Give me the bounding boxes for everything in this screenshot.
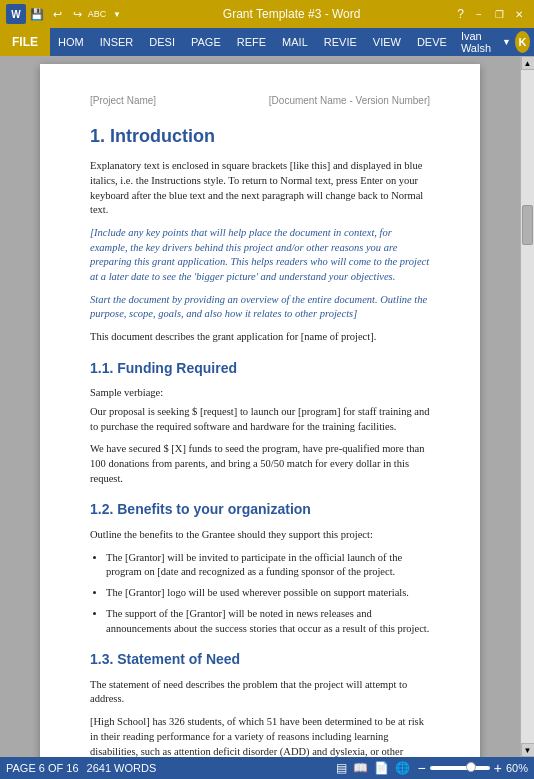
tab-references[interactable]: REFE [229, 28, 274, 56]
tab-developer[interactable]: DEVE [409, 28, 455, 56]
section11-title: 1.1. Funding Required [90, 359, 430, 379]
read-mode-icon[interactable]: 📖 [353, 761, 368, 775]
page-info: PAGE 6 OF 16 [6, 762, 79, 774]
save-icon[interactable]: 💾 [28, 5, 46, 23]
doc-container: [Project Name] [Document Name - Version … [0, 56, 520, 757]
zoom-in-button[interactable]: + [494, 761, 502, 775]
doc-header: [Project Name] [Document Name - Version … [90, 94, 430, 108]
zoom-slider-thumb[interactable] [466, 762, 476, 772]
title-bar-controls: ? − ❐ ✕ [457, 5, 528, 23]
undo-icon[interactable]: ↩ [48, 5, 66, 23]
tab-home[interactable]: HOM [50, 28, 92, 56]
bullet-item-2: The [Grantor] logo will be used wherever… [106, 586, 430, 601]
title-bar-title: Grant Template #3 - Word [130, 7, 453, 21]
scroll-track [521, 70, 534, 743]
spellcheck-icon[interactable]: ABC [88, 5, 106, 23]
main-area: [Project Name] [Document Name - Version … [0, 56, 534, 757]
tab-page[interactable]: PAGE [183, 28, 229, 56]
status-bar: PAGE 6 OF 16 2641 WORDS ▤ 📖 📄 🌐 − + 60% [0, 757, 534, 779]
section13-para1: The statement of need describes the prob… [90, 678, 430, 707]
user-name-label: Ivan Walsh [461, 30, 498, 54]
ribbon-tabs: FILE HOM INSER DESI PAGE REFE MAIL REVIE… [0, 28, 534, 56]
restore-button[interactable]: ❐ [490, 5, 508, 23]
tab-view[interactable]: VIEW [365, 28, 409, 56]
zoom-area: − + 60% [418, 761, 528, 775]
close-button[interactable]: ✕ [510, 5, 528, 23]
zoom-out-button[interactable]: − [418, 761, 426, 775]
customize-icon[interactable]: ▼ [108, 5, 126, 23]
section1-para1: Explanatory text is enclosed in square b… [90, 159, 430, 218]
help-icon[interactable]: ? [457, 7, 464, 21]
tab-insert[interactable]: INSER [92, 28, 142, 56]
section12-title: 1.2. Benefits to your organization [90, 500, 430, 520]
section13-title: 1.3. Statement of Need [90, 650, 430, 670]
bullet-item-3: The support of the [Grantor] will be not… [106, 607, 430, 636]
title-bar-quick-access: W 💾 ↩ ↪ ABC ▼ [6, 4, 126, 24]
header-doc-name: [Document Name - Version Number] [269, 94, 430, 108]
header-project-name: [Project Name] [90, 94, 156, 108]
benefits-list: The [Grantor] will be invited to partici… [106, 551, 430, 636]
section13-para2: [High School] has 326 students, of which… [90, 715, 430, 757]
scroll-up-button[interactable]: ▲ [521, 56, 535, 70]
section11-para1: Our proposal is seeking $ [request] to l… [90, 405, 430, 434]
user-menu[interactable]: Ivan Walsh ▼ K [455, 28, 534, 56]
title-bar: W 💾 ↩ ↪ ABC ▼ Grant Template #3 - Word ?… [0, 0, 534, 28]
user-avatar: K [515, 31, 530, 53]
word-icon: W [6, 4, 26, 24]
zoom-slider[interactable] [430, 766, 490, 770]
sample-label: Sample verbiage: [90, 386, 430, 401]
tab-review[interactable]: REVIE [316, 28, 365, 56]
section11-para2: We have secured $ [X] funds to seed the … [90, 442, 430, 486]
status-icons: ▤ 📖 📄 🌐 [336, 761, 410, 775]
section1-para2: [Include any key points that will help p… [90, 226, 430, 285]
document-page: [Project Name] [Document Name - Version … [40, 64, 480, 757]
layout-icon[interactable]: ▤ [336, 761, 347, 775]
section1-para4: This document describes the grant applic… [90, 330, 430, 345]
minimize-button[interactable]: − [470, 5, 488, 23]
section1-para3: Start the document by providing an overv… [90, 293, 430, 322]
tab-mailings[interactable]: MAIL [274, 28, 316, 56]
web-view-icon[interactable]: 🌐 [395, 761, 410, 775]
section12-intro: Outline the benefits to the Grantee shou… [90, 528, 430, 543]
vertical-scrollbar[interactable]: ▲ ▼ [520, 56, 534, 757]
scroll-thumb[interactable] [522, 205, 533, 245]
zoom-percent: 60% [506, 762, 528, 774]
tab-design[interactable]: DESI [141, 28, 183, 56]
redo-icon[interactable]: ↪ [68, 5, 86, 23]
bullet-item-1: The [Grantor] will be invited to partici… [106, 551, 430, 580]
scroll-down-button[interactable]: ▼ [521, 743, 535, 757]
section1-title: 1. Introduction [90, 124, 430, 149]
print-layout-icon[interactable]: 📄 [374, 761, 389, 775]
word-count: 2641 WORDS [87, 762, 157, 774]
file-tab[interactable]: FILE [0, 28, 50, 56]
